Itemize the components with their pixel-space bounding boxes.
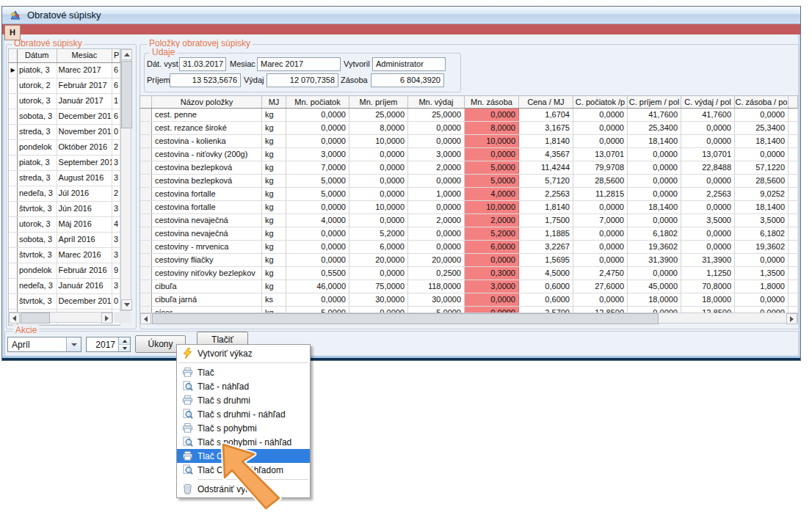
table-cell[interactable]: 0,0000 <box>349 148 408 161</box>
row-marker[interactable] <box>140 122 152 134</box>
table-cell[interactable]: 1,8140 <box>519 135 573 147</box>
table-cell[interactable]: 25,0000 <box>349 109 408 121</box>
table-cell[interactable]: cestovina - kolienka <box>152 135 262 147</box>
table-cell[interactable]: 1,8140 <box>519 201 573 213</box>
table-cell[interactable]: 25,3400 <box>735 122 789 134</box>
table-cell[interactable]: 27,6000 <box>573 280 628 293</box>
list-cell[interactable]: Apríl 2016 <box>57 233 112 247</box>
table-cell[interactable]: cest. penne <box>152 109 262 121</box>
table-cell[interactable]: 0,0000 <box>573 201 628 213</box>
table-cell[interactable]: 0,0000 <box>628 148 681 161</box>
list-cell[interactable]: nedeľa, 3 <box>18 186 57 201</box>
table-cell[interactable]: cest. rezance široké <box>152 122 262 134</box>
table-cell[interactable]: 0,0000 <box>681 135 735 147</box>
table-cell[interactable]: 0,0000 <box>408 175 465 187</box>
date-list-hscrollbar[interactable] <box>8 312 113 323</box>
table-cell[interactable]: 3,5000 <box>681 214 735 227</box>
table-cell[interactable]: 31,3900 <box>628 254 681 266</box>
table-cell[interactable]: 5,0000 <box>286 188 349 200</box>
row-marker[interactable] <box>140 293 152 306</box>
table-cell[interactable]: 0,0000 <box>408 227 465 240</box>
date-list-row[interactable]: pondelokOktóber 20162 <box>9 140 120 156</box>
table-cell[interactable]: 10,0000 <box>465 135 519 147</box>
column-header[interactable]: Dátum <box>18 49 57 62</box>
row-marker[interactable] <box>9 140 18 155</box>
date-list-row[interactable]: štvrtok, 3Jún 20163 <box>9 202 120 217</box>
row-marker[interactable] <box>140 214 152 227</box>
list-cell[interactable]: štvrtok, 3 <box>18 294 57 309</box>
table-cell[interactable]: 2,0000 <box>408 161 465 174</box>
dat-vyst-field[interactable]: 31.03.2017 <box>179 57 226 71</box>
table-cell[interactable]: ks <box>262 293 286 306</box>
table-cell[interactable]: cestovina nevaječná <box>152 227 262 240</box>
table-cell[interactable]: 0,0000 <box>573 227 628 240</box>
menu-item[interactable]: Tlač s pohybmi <box>177 421 310 435</box>
list-cell[interactable]: Február 2016 <box>57 263 112 278</box>
list-cell[interactable]: štvrtok, 3 <box>18 248 57 263</box>
table-cell[interactable]: 41,7600 <box>681 109 735 121</box>
table-cell[interactable]: 79,9708 <box>573 161 628 174</box>
table-cell[interactable]: 1,3500 <box>735 267 789 280</box>
table-cell[interactable]: 3,5000 <box>735 214 789 227</box>
table-cell[interactable]: 9,0252 <box>735 188 789 200</box>
table-cell[interactable]: 1,5695 <box>519 254 573 266</box>
list-cell[interactable]: streda, 3 <box>18 171 57 186</box>
table-cell[interactable]: 0,0000 <box>573 122 628 134</box>
date-list-row[interactable]: streda, 3November 20160 <box>9 125 120 140</box>
date-list-row[interactable]: sobota, 3Apríl 20163 <box>9 233 120 248</box>
table-cell[interactable]: cestovina bezlepková <box>152 175 262 187</box>
table-cell[interactable]: 6,0000 <box>349 241 408 253</box>
table-cell[interactable]: 0,2500 <box>408 267 465 280</box>
table-cell[interactable]: 45,0000 <box>628 280 681 293</box>
table-cell[interactable]: 118,0000 <box>408 280 465 293</box>
table-cell[interactable]: 0,0000 <box>735 109 789 121</box>
column-header[interactable]: Mn. zásoba <box>465 96 519 108</box>
list-cell[interactable]: streda, 3 <box>18 125 57 139</box>
spin-up-icon[interactable] <box>119 337 130 345</box>
list-cell[interactable]: 4 <box>112 217 120 232</box>
row-marker[interactable] <box>140 109 152 121</box>
table-cell[interactable]: 0,0000 <box>286 122 349 134</box>
table-cell[interactable]: 1,8000 <box>735 280 789 293</box>
table-cell[interactable]: 31,3900 <box>681 254 735 266</box>
row-marker[interactable] <box>9 94 18 109</box>
row-marker[interactable] <box>9 217 18 232</box>
column-header[interactable]: P <box>112 49 120 62</box>
menu-item[interactable]: Tlač s pohybmi - náhľad <box>177 435 310 449</box>
mesiac-field[interactable]: Marec 2017 <box>257 57 341 71</box>
table-cell[interactable]: 10,0000 <box>349 135 408 147</box>
table-cell[interactable]: 20,0000 <box>408 254 465 266</box>
table-cell[interactable]: 0,0000 <box>349 188 408 200</box>
date-list-row[interactable]: utorok, 3Máj 20164 <box>9 217 120 233</box>
table-cell[interactable]: 0,0000 <box>286 254 349 266</box>
table-cell[interactable]: 0,0000 <box>681 175 735 187</box>
date-list-row[interactable]: štvrtok, 3Marec 20163 <box>9 248 120 263</box>
column-header[interactable]: C. príjem / pol <box>628 96 681 108</box>
table-cell[interactable]: 18,1400 <box>628 201 681 213</box>
table-cell[interactable]: 5,2000 <box>465 227 519 240</box>
list-cell[interactable]: utorok, 3 <box>18 94 57 109</box>
spin-down-icon[interactable] <box>119 345 130 351</box>
table-cell[interactable]: 0,0000 <box>286 293 349 306</box>
table-cell[interactable]: 3,1675 <box>519 122 573 134</box>
table-cell[interactable]: cestoviny fliačky <box>152 254 262 266</box>
table-cell[interactable]: 0,0000 <box>573 241 628 253</box>
list-cell[interactable]: Február 2017 <box>57 78 112 93</box>
column-header[interactable]: MJ <box>262 96 286 108</box>
table-cell[interactable]: 0,0000 <box>681 241 735 253</box>
row-marker[interactable] <box>9 109 18 124</box>
table-cell[interactable]: 3,0000 <box>286 148 349 161</box>
table-cell[interactable]: 2,2563 <box>681 188 735 200</box>
table-cell[interactable]: 0,0000 <box>408 122 465 134</box>
table-row[interactable]: cibuľa jarnáks0,000030,000030,00000,0000… <box>140 293 797 307</box>
table-cell[interactable]: 0,0000 <box>628 188 681 200</box>
list-cell[interactable]: August 2016 <box>57 171 112 186</box>
table-cell[interactable]: 28,5600 <box>735 175 789 187</box>
table-cell[interactable]: 2,0000 <box>465 214 519 227</box>
list-cell[interactable]: 6 <box>112 109 120 124</box>
table-cell[interactable]: 19,3602 <box>735 241 789 253</box>
prijem-field[interactable]: 13 523,5676 <box>170 73 241 87</box>
list-cell[interactable]: štvrtok, 3 <box>18 202 57 216</box>
table-cell[interactable]: 5,0000 <box>465 161 519 174</box>
table-cell[interactable]: 25,3400 <box>628 122 681 134</box>
